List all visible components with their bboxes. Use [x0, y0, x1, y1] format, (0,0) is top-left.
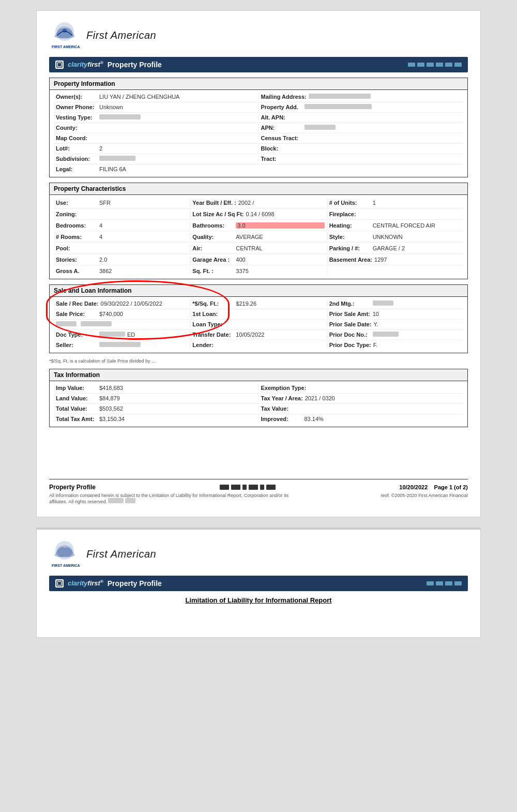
footer-spacer: [49, 432, 468, 463]
total-value-value: $503,562: [99, 405, 256, 412]
prior-doc-no-blurred: [373, 332, 399, 337]
exemption-label: Exemption Type:: [261, 385, 307, 391]
basement-label: Basement Area:: [329, 257, 372, 263]
air-label: Air:: [192, 245, 234, 251]
footer-title: Property Profile: [49, 484, 96, 491]
subdivision-label: Subdivision:: [56, 156, 97, 162]
transfer-date-label: Transfer Date:: [192, 332, 234, 338]
phone-cell: Owner Phone: Unknown: [54, 103, 258, 111]
copyright-text: reof. ©2005-2020 First American Financia…: [381, 493, 468, 498]
block-label: Block:: [261, 145, 302, 152]
style-cell: Style: UNKNOWN: [327, 233, 463, 241]
chars-row-7: Gross A. 3862 Sq. Ft. : 3375: [54, 265, 463, 277]
second-mtg-cell: 2nd Mtg.:: [327, 300, 463, 307]
company-name: First American: [86, 29, 156, 41]
property-info-body: Owner(s): LIU YAN / ZHENG CHENGHUA Maili…: [50, 90, 467, 177]
property-address-cell: Property Add.: [258, 103, 464, 111]
footer-dots: [220, 485, 276, 490]
county-label: County:: [56, 125, 97, 131]
property-info-title: Property Information: [50, 78, 467, 90]
page2-clarity-logo-text: clarityfirst®: [68, 579, 103, 587]
chars-row-4: # Rooms: 4 Quality: AVERAGE Style: UNKNO…: [54, 231, 463, 243]
apn-cell: APN:: [258, 124, 464, 131]
doc-type-value: ED: [127, 332, 188, 338]
county-cell: County:: [54, 124, 258, 131]
phone-value: Unknown: [99, 104, 256, 110]
tax-year-cell: Tax Year / Area: 2021 / 0320: [258, 395, 464, 402]
air-cell: Air: CENTRAL: [190, 244, 327, 252]
prior-doc-type-label: Prior Doc Type:: [329, 342, 371, 348]
footer-dot-6: [266, 485, 276, 490]
zoning-label: Zoning:: [56, 211, 97, 217]
footer-dot-5: [260, 485, 264, 490]
gross-area-value: 3862: [99, 268, 188, 274]
stories-cell: Stories: 2.0: [54, 255, 190, 264]
transfer-date-cell: Transfer Date: 10/05/2022: [190, 331, 326, 338]
page2-clarity-icon: [56, 580, 63, 587]
prior-doc-type-value: F.: [373, 342, 461, 348]
page2-clarity-bar-title: Property Profile: [108, 579, 162, 588]
empty-cell-7: [327, 270, 463, 272]
lot-size-label: Lot Size Ac / Sq Ft:: [192, 211, 244, 217]
rooms-label: # Rooms:: [56, 234, 97, 240]
style-label: Style:: [329, 234, 371, 240]
prior-doc-type-cell: Prior Doc Type: F.: [327, 341, 463, 349]
lender-cell: Lender:: [190, 341, 326, 349]
doc-type-label: Doc Type:: [56, 332, 97, 338]
clarity-bar-dots: [408, 63, 462, 67]
vesting-label: Vesting Type:: [56, 114, 97, 121]
phone-label: Owner Phone:: [56, 104, 97, 110]
legal-row: Legal: FILING 6A: [54, 164, 463, 175]
page2-eagle-logo-icon: FIRST AMERICAN: [49, 540, 80, 568]
page-header: FIRST AMERICAN First American: [49, 21, 468, 50]
sale-rec-row: Sale / Rec Date: 09/30/2022 / 10/05/2022…: [54, 299, 463, 309]
loan-type-label: Loan Type:: [192, 321, 234, 327]
bedrooms-cell: Bedrooms: 4: [54, 221, 190, 230]
price-sqft-cell: *$/Sq. Ft.: $219.26: [190, 300, 326, 307]
first-loan-label: 1st Loan:: [192, 311, 234, 317]
parking-cell: Parking / #: GARAGE / 2: [327, 244, 463, 252]
seller-label: Seller:: [56, 342, 97, 348]
zoning-cell: Zoning:: [54, 210, 190, 218]
phone-row: Owner Phone: Unknown Property Add.: [54, 102, 463, 113]
vesting-cell: Vesting Type:: [54, 114, 258, 121]
clarity-bar-title: Property Profile: [108, 61, 162, 69]
basement-cell: Basement Area: 1297: [327, 255, 463, 264]
tax-value-cell: Tax Value:: [258, 405, 464, 412]
heating-value: CENTRAL FORCED AIR: [373, 222, 461, 229]
doc-no-cell: [54, 321, 190, 327]
footer-dot-1: [220, 485, 229, 490]
total-value-row: Total Value: $503,562 Tax Value:: [54, 404, 463, 414]
sale-loan-body: Sale / Rec Date: 09/30/2022 / 10/05/2022…: [50, 297, 467, 353]
stories-label: Stories:: [56, 257, 97, 263]
seller-blurred: [99, 342, 141, 347]
page2-bottom-space: [49, 604, 468, 625]
basement-value: 1297: [374, 257, 461, 263]
transfer-date-value: 10/05/2022: [236, 332, 324, 338]
page2-header: FIRST AMERICAN First American: [49, 540, 468, 568]
doc-type-row: Doc Type: ED Transfer Date: 10/05/2022 P…: [54, 330, 463, 340]
lot-size-value: 0.14 / 6098: [246, 211, 325, 217]
sale-rec-cell: Sale / Rec Date: 09/30/2022 / 10/05/2022: [54, 300, 190, 307]
gross-area-label: Gross A.: [56, 268, 97, 274]
imp-value-label: Imp Value:: [56, 385, 97, 391]
page2-company-name: First American: [86, 548, 156, 560]
use-label: Use:: [56, 200, 97, 206]
subdivision-row: Subdivision: Tract:: [54, 154, 463, 164]
rooms-cell: # Rooms: 4: [54, 233, 190, 241]
sale-rec-value: 09/30/2022 / 10/05/2022: [101, 300, 188, 307]
garage-area-label: Garage Area :: [192, 257, 234, 263]
price-sqft-label: *$/Sq. Ft.:: [192, 300, 234, 307]
units-cell: # of Units: 1: [327, 199, 463, 207]
sqft-value: 3375: [236, 268, 324, 274]
clarity-logo-text: clarityfirst®: [68, 61, 103, 68]
footer-dot-3: [242, 485, 247, 490]
mapcoord-label: Map Coord:: [56, 135, 97, 141]
sale-loan-section: Sale and Loan Information Sale / Rec Dat…: [49, 284, 468, 353]
chars-row-6: Stories: 2.0 Garage Area : 400 Basement …: [54, 254, 463, 265]
parking-value: GARAGE / 2: [373, 245, 461, 251]
census-cell: Census Tract:: [258, 134, 464, 142]
property-information-section: Property Information Owner(s): LIU YAN /…: [49, 78, 468, 177]
quality-cell: Quality: AVERAGE: [190, 233, 327, 241]
exemption-cell: Exemption Type:: [258, 384, 464, 392]
